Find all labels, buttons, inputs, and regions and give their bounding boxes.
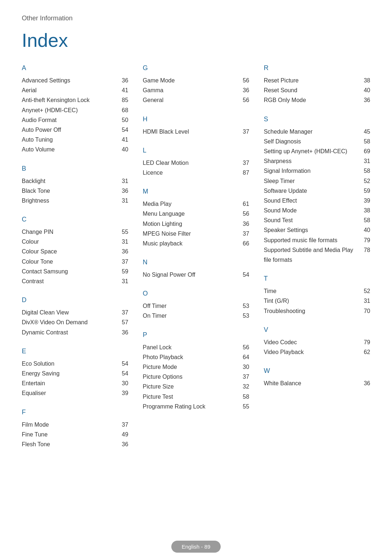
index-entry: Colour Space36: [22, 247, 128, 256]
entry-page: 36: [359, 378, 370, 388]
entry-page: 37: [117, 257, 128, 267]
entry-name: Setting up Anynet+ (HDMI-CEC): [264, 146, 359, 156]
section-M: MMedia Play61Menu Language56Motion Light…: [143, 188, 249, 248]
entry-page: 52: [359, 286, 370, 296]
entry-name: Equaliser: [22, 388, 117, 398]
entry-page: 41: [117, 135, 128, 145]
index-entry: Equaliser39: [22, 388, 128, 398]
entry-name: HDMI Black Level: [143, 127, 238, 137]
section-C: CChange PIN55Colour31Colour Space36Colou…: [22, 216, 128, 286]
index-entry: Picture Test58: [143, 392, 249, 402]
index-entry: LED Clear Motion37: [143, 158, 249, 168]
entry-page: 31: [359, 296, 370, 306]
index-entry: Gamma36: [143, 85, 249, 95]
entry-page: 54: [117, 369, 128, 378]
entry-name: Reset Picture: [264, 76, 359, 85]
entry-name: Flesh Tone: [22, 439, 117, 449]
entry-name: On Timer: [143, 311, 238, 321]
entry-page: 36: [117, 328, 128, 337]
entry-page: 36: [117, 439, 128, 449]
entry-name: Picture Size: [143, 382, 238, 391]
section-letter-R: R: [264, 64, 370, 72]
index-entry: DivX® Video On Demand57: [22, 317, 128, 327]
column-2: RReset Picture38Reset Sound40RGB Only Mo…: [264, 64, 370, 398]
entry-name: Motion Lighting: [143, 219, 238, 229]
entry-page: 56: [238, 209, 249, 219]
entry-page: 69: [359, 146, 370, 156]
entry-page: 56: [238, 76, 249, 85]
breadcrumb: Other Information: [22, 15, 370, 22]
entry-name: Time: [264, 286, 359, 296]
entry-page: 58: [359, 166, 370, 176]
index-entry: Video Codec79: [264, 337, 370, 347]
section-letter-V: V: [264, 326, 370, 334]
index-entry: Panel Lock56: [143, 342, 249, 352]
index-entry: Dynamic Contrast36: [22, 328, 128, 337]
section-A: AAdvanced Settings36Aerial41Anti-theft K…: [22, 64, 128, 155]
entry-page: 39: [117, 388, 128, 398]
index-entry: Contact Samsung59: [22, 267, 128, 276]
entry-name: RGB Only Mode: [264, 95, 359, 105]
entry-name: Aerial: [22, 85, 117, 95]
section-letter-M: M: [143, 188, 249, 195]
index-entry: Supported Subtitle and Media Play file f…: [264, 245, 370, 265]
entry-page: 38: [359, 206, 370, 215]
entry-page: 36: [238, 85, 249, 95]
section-F: FFilm Mode37Fine Tune49Flesh Tone36: [22, 408, 128, 450]
entry-name: Colour: [22, 237, 117, 247]
index-entry: Sound Test58: [264, 215, 370, 225]
entry-page: 59: [117, 267, 128, 276]
entry-name: Audio Format: [22, 115, 117, 125]
entry-name: Programme Rating Lock: [143, 402, 238, 411]
entry-name: Sleep Timer: [264, 176, 359, 186]
entry-page: 87: [238, 168, 249, 178]
index-entry: Signal Information58: [264, 166, 370, 176]
index-entry: Black Tone36: [22, 186, 128, 196]
entry-page: 52: [359, 176, 370, 186]
footer-bar: English - 89: [0, 536, 392, 557]
index-entry: Time52: [264, 286, 370, 296]
entry-page: 37: [238, 372, 249, 382]
entry-name: Photo Playback: [143, 352, 238, 362]
entry-page: 37: [238, 158, 249, 168]
entry-page: 55: [117, 227, 128, 237]
entry-page: 41: [117, 85, 128, 95]
entry-name: Sound Effect: [264, 196, 359, 206]
entry-name: Brightness: [22, 196, 117, 206]
index-entry: Fine Tune49: [22, 430, 128, 439]
section-H: HHDMI Black Level37: [143, 115, 249, 137]
entry-name: Eco Solution: [22, 359, 117, 369]
section-letter-F: F: [22, 408, 128, 416]
entry-name: Change PIN: [22, 227, 117, 237]
entry-page: 39: [359, 196, 370, 206]
entry-name: Tint (G/R): [264, 296, 359, 306]
index-entry: MPEG Noise Filter37: [143, 229, 249, 239]
section-L: LLED Clear Motion37Licence87: [143, 147, 249, 178]
index-entry: Reset Sound40: [264, 85, 370, 95]
entry-name: Picture Test: [143, 392, 238, 402]
entry-page: 54: [117, 359, 128, 369]
entry-page: 57: [117, 317, 128, 327]
entry-name: Picture Options: [143, 372, 238, 382]
index-entry: Video Playback62: [264, 347, 370, 357]
entry-name: General: [143, 95, 238, 105]
index-entry: Film Mode37: [22, 420, 128, 430]
entry-page: 54: [117, 125, 128, 135]
index-entry: Auto Volume40: [22, 145, 128, 154]
index-grid: AAdvanced Settings36Aerial41Anti-theft K…: [22, 64, 370, 459]
entry-page: 54: [238, 270, 249, 280]
footer-badge: English - 89: [171, 541, 220, 553]
section-E: EEco Solution54Energy Saving54Entertain3…: [22, 347, 128, 398]
entry-name: Media Play: [143, 199, 238, 209]
entry-page: 62: [359, 347, 370, 357]
entry-page: 85: [117, 95, 128, 105]
entry-page: 36: [117, 186, 128, 196]
section-G: GGame Mode56Gamma36General56: [143, 64, 249, 105]
entry-page: 55: [238, 402, 249, 411]
index-entry: RGB Only Mode36: [264, 95, 370, 105]
entry-name: Speaker Settings: [264, 225, 359, 235]
entry-page: 37: [238, 127, 249, 137]
index-entry: HDMI Black Level37: [143, 127, 249, 137]
entry-page: 36: [117, 76, 128, 85]
section-W: WWhite Balance36: [264, 367, 370, 388]
